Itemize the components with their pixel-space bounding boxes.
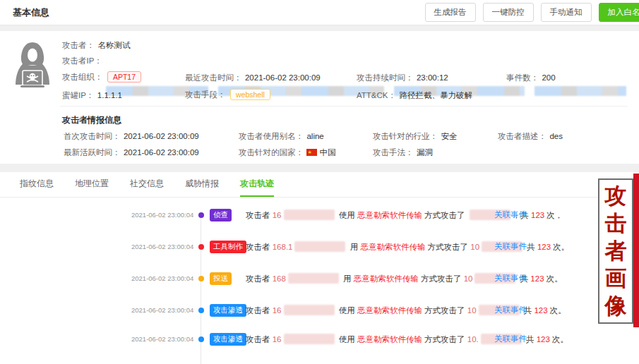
related-events-link[interactable]: 关联事件 [494, 210, 527, 220]
honeypot-ip-label: 蜜罐IP： [62, 91, 94, 99]
first-attack-label: 首次攻击时间： [64, 132, 121, 140]
ip-redaction-block [535, 86, 626, 96]
add-whitelist-button[interactable]: 加入白名单 [599, 3, 639, 22]
manual-notify-button[interactable]: 手动通知 [541, 3, 592, 22]
event-count-label: 事件数： [506, 73, 539, 82]
target-country-value: 中国 [319, 148, 335, 157]
timeline-row: 2021-06-02 23:00:04 侦查 攻击者 16 使用 恶意勒索软件传… [0, 207, 639, 223]
timeline-time: 2021-06-02 23:00:04 [131, 243, 193, 250]
target-country-field: 攻击针对的国家： 中国 [239, 145, 335, 158]
first-attack-value: 2021-06-02 23:00:09 [124, 132, 199, 140]
honeypot-ip-value: 1.1.1.1 [97, 91, 122, 99]
one-key-defense-button[interactable]: 一键防控 [483, 3, 534, 22]
timeline-time: 2021-06-02 23:00:04 [131, 211, 193, 219]
industry-value: 安全 [441, 132, 457, 140]
last-active-value: 2021-06-02 23:00:09 [124, 148, 199, 157]
ip-redaction [284, 334, 335, 344]
timeline-row: 2021-06-02 23:00:04 工具制作 攻击者 168.1 用 恶意勒… [0, 239, 639, 255]
ip-redaction [288, 273, 339, 284]
detail-section: 指纹信息 地理位置 社交信息 威胁情报 攻击轨迹 2021-06-02 23:0… [0, 172, 639, 364]
related-events-link[interactable]: 关联事件 [494, 334, 527, 344]
related-events-link[interactable]: 关联事件 [494, 273, 527, 284]
attacker-name-label: 攻击者： [62, 41, 95, 49]
timeline-dot [198, 308, 204, 313]
attack-method-field: 攻击手段： webshell [185, 87, 270, 100]
honeypot-ip-field: 蜜罐IP： 1.1.1.1 [62, 88, 122, 101]
apt-org-badge: APT17 [107, 71, 141, 83]
tab-social[interactable]: 社交信息 [130, 178, 164, 197]
china-flag-icon [306, 149, 317, 156]
ip-redaction [284, 210, 335, 220]
tab-geolocation[interactable]: 地理位置 [75, 178, 109, 197]
duration-field: 攻击持续时间： 23:00:12 [357, 71, 448, 83]
timeline-time: 2021-06-02 23:00:04 [131, 306, 193, 314]
description-field: 攻击者描述： des [498, 129, 563, 142]
webshell-badge: webshell [230, 89, 270, 100]
attck-label: ATT&CK： [357, 91, 396, 99]
basic-info-card: 攻击者： 名称测试 攻击者IP： 攻击组织： APT17 最近攻击时间： 202… [0, 31, 639, 164]
event-count-field: 事件数： 200 [506, 71, 556, 83]
generate-report-button[interactable]: 生成报告 [425, 3, 476, 22]
attacker-ip-label: 攻击者IP： [62, 56, 102, 65]
timeline-dot [198, 276, 204, 281]
stage-badge-delivery: 投送 [210, 272, 232, 285]
intel-section-title: 攻击者情报信息 [62, 115, 121, 125]
stage-badge-weaponize: 工具制作 [210, 241, 246, 253]
alias-label: 攻击者使用别名： [239, 132, 304, 140]
duration-value: 23:00:12 [417, 73, 448, 82]
stage-badge-recon: 侦查 [210, 209, 232, 222]
tab-bar: 指纹信息 地理位置 社交信息 威胁情报 攻击轨迹 [0, 172, 639, 198]
hacker-avatar-icon [14, 41, 51, 97]
alias-field: 攻击者使用别名： aline [239, 129, 324, 142]
alias-value: aline [306, 132, 323, 140]
timeline-dot [198, 212, 204, 218]
technique-value: 漏洞 [417, 148, 433, 157]
description-value: des [549, 132, 563, 140]
timeline-dot [198, 336, 204, 342]
tab-fingerprint[interactable]: 指纹信息 [20, 178, 54, 197]
topbar-buttons: 生成报告 一键防控 手动通知 加入白名单 [425, 3, 639, 22]
timeline-dot [198, 244, 204, 250]
first-attack-field: 首次攻击时间： 2021-06-02 23:00:09 [64, 129, 199, 142]
event-count-value: 200 [542, 73, 555, 82]
attack-org-label: 攻击组织： [62, 73, 103, 81]
attack-org-field: 攻击组织： APT17 [62, 70, 141, 83]
related-events-link[interactable]: 关联事件 [494, 305, 527, 315]
attack-method-label: 攻击手段： [185, 90, 226, 99]
page-title: 基本信息 [13, 6, 49, 19]
recent-attack-label: 最近攻击时间： [185, 73, 242, 82]
attck-field: ATT&CK： 路径拦截、暴力破解 [357, 88, 472, 101]
last-active-label: 最新活跃时间： [64, 148, 121, 157]
attacker-portrait-watermark: 攻击者画像 [598, 178, 633, 324]
stage-badge-exploit: 攻击渗透 [210, 333, 246, 346]
target-country-label: 攻击针对的国家： [239, 148, 304, 157]
stage-badge-exploit: 攻击渗透 [210, 304, 246, 317]
technique-label: 攻击手法： [373, 148, 414, 157]
timeline-row: 2021-06-02 23:00:04 投送 攻击者 168 用 恶意勒索软件传… [0, 271, 639, 286]
watermark-red-strip [633, 174, 639, 327]
attacker-name-value: 名称测试 [97, 41, 130, 49]
technique-field: 攻击手法： 漏洞 [373, 145, 433, 158]
ip-redaction [284, 305, 335, 315]
last-active-field: 最新活跃时间： 2021-06-02 23:00:09 [64, 145, 199, 158]
timeline-time: 2021-06-02 23:00:04 [131, 335, 193, 343]
topbar: 基本信息 生成报告 一键防控 手动通知 加入白名单 [0, 0, 639, 25]
related-events-link[interactable]: 关联事件 [494, 241, 527, 252]
timeline-time: 2021-06-02 23:00:04 [131, 274, 193, 282]
attacker-ip-field: 攻击者IP： [62, 54, 102, 66]
timeline-row: 2021-06-02 23:00:04 攻击渗透 攻击者 16 使用 恶意勒索软… [0, 332, 639, 347]
recent-attack-value: 2021-06-02 23:00:09 [245, 73, 321, 82]
industry-label: 攻击针对的行业： [373, 132, 438, 140]
card-divider [60, 106, 628, 107]
tab-attack-trajectory[interactable]: 攻击轨迹 [240, 178, 274, 197]
ip-redaction [294, 241, 345, 252]
timeline-row: 2021-06-02 23:00:04 攻击渗透 攻击者 16 使用 恶意勒索软… [0, 303, 639, 318]
attacker-portrait-page: 基本信息 生成报告 一键防控 手动通知 加入白名单 攻击者： 名称测试 [0, 0, 639, 364]
recent-attack-field: 最近攻击时间： 2021-06-02 23:00:09 [185, 71, 321, 83]
industry-field: 攻击针对的行业： 安全 [373, 129, 457, 142]
attacker-name-field: 攻击者： 名称测试 [62, 38, 130, 51]
tab-threat-intel[interactable]: 威胁情报 [185, 178, 219, 197]
duration-label: 攻击持续时间： [357, 73, 414, 82]
description-label: 攻击者描述： [498, 132, 547, 140]
attck-value: 路径拦截、暴力破解 [399, 91, 472, 99]
